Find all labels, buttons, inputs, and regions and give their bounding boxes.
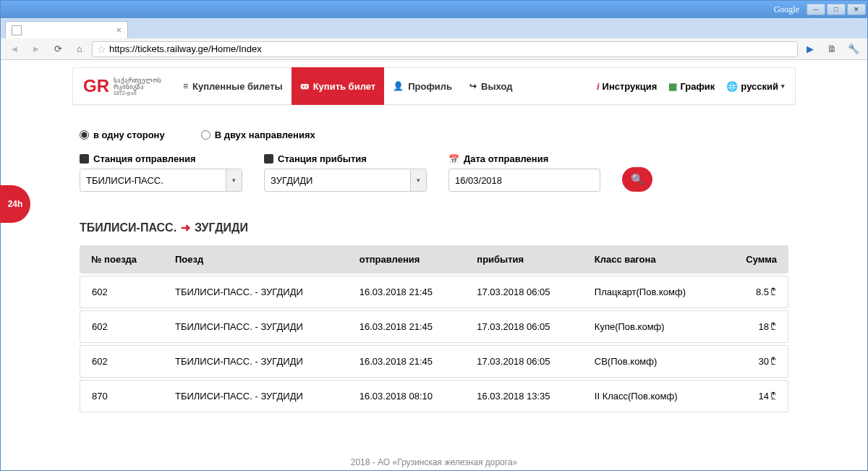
info-icon: i xyxy=(597,81,600,92)
date-input[interactable]: 16/03/2018 xyxy=(448,169,600,192)
close-window-button[interactable]: ✕ xyxy=(847,4,866,15)
calendar-icon xyxy=(448,153,459,164)
table-row[interactable]: 602ТБИЛИСИ-ПАСС. - ЗУГДИДИ16.03.2018 21:… xyxy=(80,310,788,343)
url-bar[interactable]: ☆ xyxy=(92,41,798,57)
results-table: № поезда Поезд отправления прибытия Клас… xyxy=(80,243,788,415)
tab-strip: × xyxy=(1,18,867,38)
col-arr: прибытия xyxy=(465,245,583,273)
google-label: Google xyxy=(774,4,799,15)
page-footer: 2018 - АО «Грузинская железная дорога» xyxy=(72,453,796,470)
ticket-icon: 🎟 xyxy=(300,81,309,91)
page-content: GR საქართველოს რკინიგზა 1872-დან ≡ Купле… xyxy=(1,60,867,470)
table-row[interactable]: 602ТБИЛИСИ-ПАСС. - ЗУГДИДИ16.03.2018 21:… xyxy=(80,345,788,378)
back-button[interactable]: ◄ xyxy=(5,41,24,57)
train-icon xyxy=(80,154,89,164)
nav-language[interactable]: 🌐 русский ▾ xyxy=(726,81,785,92)
calendar-icon: ▦ xyxy=(668,81,677,92)
browser-tab[interactable]: × xyxy=(5,21,128,38)
search-panel: в одну сторону В двух направлениях Станц… xyxy=(72,130,796,192)
nav-logout[interactable]: ↪ Выход xyxy=(461,67,521,105)
forward-button[interactable]: ► xyxy=(27,41,46,57)
wrench-icon[interactable]: 🔧 xyxy=(844,41,863,57)
list-icon: ≡ xyxy=(183,81,188,91)
page-icon xyxy=(12,25,22,35)
search-icon: 🔍 xyxy=(631,173,644,186)
home-button[interactable]: ⌂ xyxy=(70,41,89,57)
nav-profile[interactable]: 👤 Профиль xyxy=(384,67,461,105)
to-label: Станция прибытия xyxy=(264,153,427,164)
col-train: Поезд xyxy=(163,245,348,273)
bookmark-icon[interactable]: ☆ xyxy=(97,43,106,55)
date-label: Дата отправления xyxy=(448,153,600,164)
train-icon xyxy=(264,154,273,164)
from-select[interactable]: ТБИЛИСИ-ПАСС. ▾ xyxy=(80,169,242,192)
radio-round-trip[interactable]: В двух направлениях xyxy=(201,130,315,140)
col-sum: Сумма xyxy=(723,245,788,273)
col-dep: отправления xyxy=(348,245,466,273)
table-row[interactable]: 870ТБИЛИСИ-ПАСС. - ЗУГДИДИ16.03.2018 08:… xyxy=(80,380,788,412)
radio-one-way[interactable]: в одну сторону xyxy=(80,130,165,140)
nav-instruction[interactable]: i Инструкция xyxy=(597,81,658,92)
chevron-down-icon: ▾ xyxy=(781,82,785,90)
globe-icon: 🌐 xyxy=(726,81,738,92)
window-title-bar: Google ─ □ ✕ xyxy=(1,1,867,18)
browser-toolbar: ◄ ► ⟳ ⌂ ☆ ▶ 🗎 🔧 xyxy=(1,38,867,60)
play-icon[interactable]: ▶ xyxy=(801,41,820,57)
chevron-down-icon: ▾ xyxy=(410,169,426,191)
minimize-button[interactable]: ─ xyxy=(807,4,825,15)
results-panel: ТБИЛИСИ-ПАСС. ➜ ЗУГДИДИ № поезда Поезд о… xyxy=(72,221,796,415)
page-menu-icon[interactable]: 🗎 xyxy=(822,41,841,57)
search-button[interactable]: 🔍 xyxy=(622,167,652,192)
logo[interactable]: GR საქართველოს რკინიგზა 1872-დან xyxy=(83,76,161,96)
nav-buy-ticket[interactable]: 🎟 Купить билет xyxy=(292,67,385,105)
url-input[interactable] xyxy=(109,43,793,54)
user-icon: 👤 xyxy=(393,81,404,91)
col-class: Класс вагона xyxy=(583,245,723,273)
col-num: № поезда xyxy=(80,245,163,273)
table-row[interactable]: 602ТБИЛИСИ-ПАСС. - ЗУГДИДИ16.03.2018 21:… xyxy=(80,276,788,308)
logout-icon: ↪ xyxy=(469,81,477,91)
logo-gr: GR xyxy=(83,76,109,96)
chevron-down-icon: ▾ xyxy=(226,169,242,191)
nav-my-tickets[interactable]: ≡ Купленные билеты xyxy=(174,67,292,105)
close-tab-icon[interactable]: × xyxy=(116,25,122,35)
arrow-right-icon: ➜ xyxy=(181,221,190,234)
nav-schedule[interactable]: ▦ График xyxy=(668,81,715,92)
reload-button[interactable]: ⟳ xyxy=(48,41,67,57)
browser-window: Google ─ □ ✕ × ◄ ► ⟳ ⌂ ☆ ▶ 🗎 🔧 GR xyxy=(0,0,868,471)
maximize-button[interactable]: □ xyxy=(827,4,846,15)
from-label: Станция отправления xyxy=(80,153,242,164)
site-navbar: GR საქართველოს რკინიგზა 1872-დან ≡ Купле… xyxy=(72,67,796,105)
to-select[interactable]: ЗУГДИДИ ▾ xyxy=(264,169,427,192)
route-title: ТБИЛИСИ-ПАСС. ➜ ЗУГДИДИ xyxy=(80,221,788,234)
